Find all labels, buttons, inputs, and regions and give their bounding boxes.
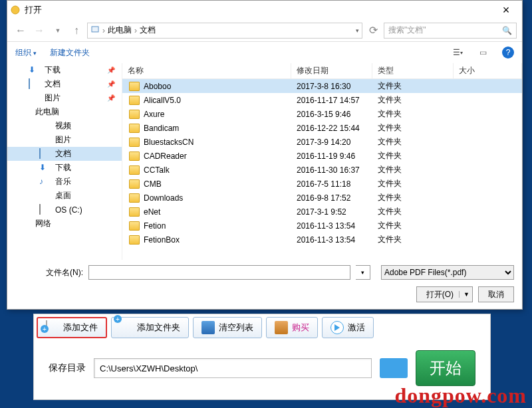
clear-list-button[interactable]: 清空列表	[193, 317, 262, 338]
doc-icon	[39, 149, 50, 159]
folder-icon	[129, 235, 140, 245]
file-row[interactable]: eNet2017-3-1 9:52文件夹	[122, 205, 522, 219]
cancel-button[interactable]: 取消	[478, 286, 514, 302]
filename-dropdown[interactable]: ▾	[356, 265, 370, 280]
dialog-footer: 文件名(N): ▾ Adobe PDF Files(*.pdf) 打开(O)▼ …	[7, 260, 522, 308]
sidebar-item-此电脑[interactable]: 此电脑	[7, 105, 122, 119]
folder-add-icon: +	[120, 321, 133, 334]
help-icon[interactable]: ?	[502, 47, 514, 58]
sidebar-item-图片[interactable]: 图片📌	[7, 91, 122, 105]
toolbar: 组织 ▾ 新建文件夹 ☰ ▾ ▭ ?	[7, 42, 522, 63]
breadcrumb[interactable]: › 此电脑 › 文档 ▾	[87, 23, 362, 39]
file-row[interactable]: BluestacksCN2017-3-9 14:20文件夹	[122, 135, 522, 149]
up-button[interactable]: ↑	[68, 23, 84, 39]
file-open-dialog: 打开 × ← → ▼ ↑ › 此电脑 › 文档 ▾ ⟳ 搜索"文档" 🔍 组织 …	[7, 0, 523, 310]
sidebar-item-音乐[interactable]: ♪音乐	[7, 175, 122, 189]
vid-icon	[39, 121, 50, 132]
browse-folder-button[interactable]	[380, 358, 408, 378]
drive-icon	[39, 205, 50, 215]
folder-icon	[129, 179, 140, 189]
desk-icon	[39, 191, 50, 201]
page-add-icon: +	[46, 321, 59, 334]
folder-icon	[129, 82, 140, 91]
buy-button[interactable]: 购买	[266, 317, 318, 338]
bag-icon	[275, 321, 288, 334]
activate-button[interactable]: 激活	[322, 317, 374, 338]
filetype-select[interactable]: Adobe PDF Files(*.pdf)	[381, 265, 514, 280]
sidebar-item-图片[interactable]: 图片	[7, 133, 122, 147]
search-input[interactable]: 搜索"文档" 🔍	[384, 23, 517, 39]
sidebar-item-下载[interactable]: ⬇下载	[7, 161, 122, 175]
filename-input[interactable]	[88, 265, 350, 280]
breadcrumb-current[interactable]: 文档	[140, 25, 156, 36]
add-folder-button[interactable]: + 添加文件夹	[111, 317, 189, 338]
chevron-right-icon: ›	[134, 26, 137, 35]
file-row[interactable]: Bandicam2016-12-22 15:44文件夹	[122, 121, 522, 135]
svg-point-0	[11, 6, 19, 14]
folder-icon	[129, 110, 140, 119]
view-list-icon[interactable]: ☰ ▾	[452, 47, 464, 58]
folder-icon	[129, 138, 140, 147]
chevron-right-icon: ›	[102, 26, 105, 35]
chevron-down-icon[interactable]: ▼	[459, 291, 469, 298]
file-list: 名称 修改日期 类型 大小 Aboboo2017-3-8 16:30文件夹Ali…	[122, 63, 522, 260]
file-row[interactable]: Fetion2016-11-3 13:54文件夹	[122, 219, 522, 233]
file-row[interactable]: Downloads2016-9-8 17:52文件夹	[122, 191, 522, 205]
file-row[interactable]: CMB2016-7-5 11:18文件夹	[122, 177, 522, 191]
close-button[interactable]: ×	[493, 2, 519, 18]
file-row[interactable]: AlicallV5.02016-11-17 14:57文件夹	[122, 93, 522, 107]
col-type[interactable]: 类型	[372, 63, 454, 78]
filename-label: 文件名(N):	[15, 267, 83, 278]
file-row[interactable]: FetionBox2016-11-3 13:54文件夹	[122, 233, 522, 247]
sidebar-item-文档[interactable]: 文档	[7, 147, 122, 161]
file-row[interactable]: Aboboo2017-3-8 16:30文件夹	[122, 79, 522, 93]
navbar: ← → ▼ ↑ › 此电脑 › 文档 ▾ ⟳ 搜索"文档" 🔍	[7, 19, 522, 42]
net-icon	[19, 219, 30, 229]
file-row[interactable]: CADReader2016-11-19 9:46文件夹	[122, 149, 522, 163]
save-dir-input[interactable]: C:\Users\XZWH\Desktop\	[94, 358, 372, 378]
sidebar-item-桌面[interactable]: 桌面	[7, 189, 122, 203]
sidebar-item-下载[interactable]: ⬇下载📌	[7, 63, 122, 77]
sidebar-item-网络[interactable]: 网络	[7, 217, 122, 231]
add-file-button[interactable]: + 添加文件	[37, 317, 107, 338]
breadcrumb-root[interactable]: 此电脑	[108, 25, 132, 36]
breadcrumb-icon	[90, 25, 100, 36]
folder-icon	[129, 207, 140, 217]
col-date[interactable]: 修改日期	[291, 63, 372, 78]
search-icon: 🔍	[502, 26, 512, 35]
recent-dropdown[interactable]: ▼	[50, 23, 66, 39]
trash-icon	[201, 321, 215, 334]
pic-icon	[39, 135, 50, 146]
folder-icon	[129, 96, 140, 105]
file-row[interactable]: CCTalk2016-11-30 16:37文件夹	[122, 163, 522, 177]
file-row[interactable]: Axure2016-3-15 9:46文件夹	[122, 107, 522, 121]
breadcrumb-dropdown[interactable]: ▾	[356, 27, 359, 34]
column-headers: 名称 修改日期 类型 大小	[122, 63, 522, 79]
down-arrow-icon: ⬇	[29, 65, 39, 76]
sidebar-item-视频[interactable]: 视频	[7, 119, 122, 133]
forward-button[interactable]: →	[31, 23, 47, 39]
organize-menu[interactable]: 组织 ▾	[15, 47, 37, 58]
sidebar: ⬇下载📌文档📌图片📌此电脑视频图片文档⬇下载♪音乐桌面OS (C:)网络	[7, 63, 122, 260]
col-size[interactable]: 大小	[454, 63, 522, 78]
preview-pane-icon[interactable]: ▭	[477, 47, 489, 58]
pin-icon: 📌	[107, 94, 115, 102]
save-dir-label: 保存目录	[49, 362, 86, 374]
sidebar-item-OS (C:)[interactable]: OS (C:)	[7, 203, 122, 217]
down-arrow-icon: ⬇	[39, 163, 50, 173]
folder-icon	[129, 221, 140, 231]
pin-icon: 📌	[107, 80, 115, 88]
play-icon	[331, 321, 344, 334]
folder-icon	[129, 165, 140, 175]
back-button[interactable]: ←	[13, 23, 29, 39]
watermark: dongpow.com	[394, 383, 527, 408]
search-placeholder: 搜索"文档"	[388, 25, 426, 36]
col-name[interactable]: 名称	[122, 63, 291, 78]
folder-icon	[129, 193, 140, 203]
sidebar-item-文档[interactable]: 文档📌	[7, 77, 122, 91]
open-button[interactable]: 打开(O)▼	[416, 286, 473, 302]
new-folder-button[interactable]: 新建文件夹	[50, 47, 90, 58]
start-button[interactable]: 开始	[416, 350, 475, 386]
app-icon	[10, 5, 21, 15]
refresh-button[interactable]: ⟳	[365, 23, 381, 39]
